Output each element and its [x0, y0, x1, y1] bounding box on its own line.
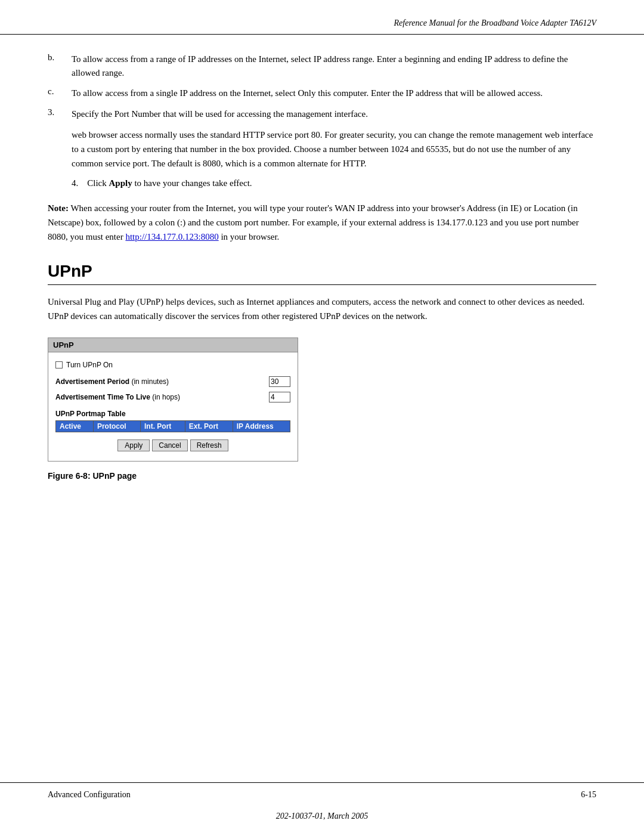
upnp-portmap-table-section: UPnP Portmap Table Active Protocol Int. … — [55, 410, 290, 432]
table-header-row: Active Protocol Int. Port Ext. Port IP A… — [56, 420, 290, 432]
note-link[interactable]: http://134.177.0.123:8080 — [125, 232, 218, 241]
page: Reference Manual for the Broadband Voice… — [0, 0, 644, 833]
section-intro: Universal Plug and Play (UPnP) helps dev… — [48, 295, 596, 323]
upnp-box-body: Turn UPnP On Advertisement Period (in mi… — [48, 352, 298, 461]
col-ip-address: IP Address — [233, 420, 290, 432]
col-protocol: Protocol — [93, 420, 140, 432]
figure-caption: Figure 6-8: UPnP page — [48, 471, 596, 481]
upnp-field-2-bold: Advertisement Time To Live — [55, 393, 150, 401]
list-item-b: b. To allow access from a range of IP ad… — [48, 52, 596, 79]
footer-right: 6-15 — [581, 790, 596, 800]
numbered-text-3: Specify the Port Number that will be use… — [72, 107, 596, 121]
page-footer: Advanced Configuration 6-15 — [0, 782, 644, 807]
cancel-button[interactable]: Cancel — [152, 439, 187, 451]
upnp-field-row-1: Advertisement Period (in minutes) — [55, 376, 290, 387]
click-apply-text-after: to have your changes take effect. — [132, 178, 252, 188]
upnp-box: UPnP Turn UPnP On Advertisement Period (… — [48, 337, 298, 462]
apply-bold: Apply — [109, 178, 132, 188]
list-text-c: To allow access from a single IP address… — [72, 86, 543, 100]
section-heading-upnp: UPnP — [48, 262, 596, 285]
upnp-field-row-2: Advertisement Time To Live (in hops) — [55, 392, 290, 402]
col-int-port: Int. Port — [140, 420, 185, 432]
click-apply-text-before: 4. Click — [72, 178, 109, 188]
footer-date: 202-10037-01, March 2005 — [0, 807, 644, 833]
upnp-field-label-1: Advertisement Period (in minutes) — [55, 377, 269, 386]
upnp-buttons: Apply Cancel Refresh — [55, 439, 290, 455]
list-text-b: To allow access from a range of IP addre… — [72, 52, 596, 79]
upnp-portmap-table: Active Protocol Int. Port Ext. Port IP A… — [55, 420, 290, 432]
sub-paragraph: web browser access normally uses the sta… — [72, 128, 596, 171]
upnp-box-title: UPnP — [48, 338, 298, 352]
apply-button[interactable]: Apply — [117, 439, 150, 451]
main-content: b. To allow access from a range of IP ad… — [0, 35, 644, 782]
col-ext-port: Ext. Port — [185, 420, 233, 432]
upnp-field-1-unit: (in minutes) — [131, 377, 169, 386]
numbered-item-3: 3. Specify the Port Number that will be … — [48, 107, 596, 121]
note-paragraph: Note: When accessing your router from th… — [48, 201, 596, 244]
upnp-turn-on-checkbox[interactable] — [55, 361, 63, 368]
list-item-c: c. To allow access from a single IP addr… — [48, 86, 596, 100]
list-marker-c: c. — [48, 86, 72, 100]
upnp-field-input-2[interactable] — [269, 392, 290, 402]
upnp-checkbox-row: Turn UPnP On — [55, 361, 290, 369]
upnp-turn-on-label: Turn UPnP On — [66, 361, 113, 369]
list-marker-b: b. — [48, 52, 72, 79]
upnp-field-1-bold: Advertisement Period — [55, 377, 129, 386]
upnp-field-input-1[interactable] — [269, 376, 290, 387]
upnp-portmap-table-title: UPnP Portmap Table — [55, 410, 290, 418]
page-header: Reference Manual for the Broadband Voice… — [0, 0, 644, 35]
upnp-field-2-unit: (in hops) — [152, 393, 180, 401]
note-text-after: in your browser. — [219, 232, 280, 241]
upnp-field-label-2: Advertisement Time To Live (in hops) — [55, 393, 269, 401]
refresh-button[interactable]: Refresh — [190, 439, 228, 451]
click-apply: 4. Click Apply to have your changes take… — [72, 176, 596, 190]
numbered-marker-3: 3. — [48, 107, 72, 121]
note-label: Note: — [48, 203, 69, 213]
footer-left: Advanced Configuration — [48, 790, 131, 800]
col-active: Active — [56, 420, 94, 432]
header-title: Reference Manual for the Broadband Voice… — [394, 18, 596, 27]
